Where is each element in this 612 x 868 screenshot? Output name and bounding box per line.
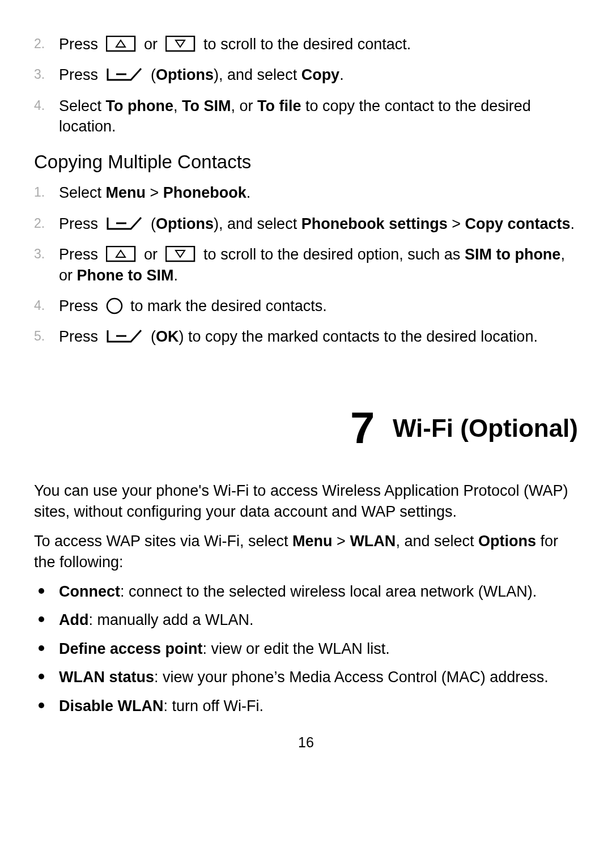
text: ,	[173, 97, 182, 114]
up-key-icon	[106, 36, 137, 53]
text: , and select	[396, 533, 478, 550]
text: ) to copy the marked contacts to the des…	[179, 328, 538, 345]
step-2: 2. Press or to scroll to the desired con…	[34, 34, 578, 54]
chapter-title: Wi-Fi (Optional)	[393, 411, 578, 445]
menu-label: Menu	[106, 184, 146, 201]
connect-label: Connect	[59, 583, 120, 600]
subheading-copying-multiple: Copying Multiple Contacts	[34, 150, 578, 175]
list-item: Add: manually add a WLAN.	[34, 610, 578, 630]
text: Press	[59, 297, 98, 314]
text: Press	[59, 66, 98, 83]
copy-contacts-label-1: Copy	[465, 215, 503, 232]
text: .	[246, 184, 251, 201]
text: : connect to the selected wireless local…	[120, 583, 537, 600]
menu-label: Menu	[292, 533, 333, 550]
mstep-4: 4. Press to mark the desired contacts.	[34, 296, 578, 316]
instruction-paragraph: To access WAP sites via Wi-Fi, select Me…	[34, 531, 578, 572]
phonebook-settings-label: Phonebook settings	[301, 215, 448, 232]
text: >	[333, 533, 350, 550]
text: (	[151, 328, 156, 345]
page-number: 16	[34, 733, 578, 752]
down-key-icon	[165, 36, 196, 53]
text: .	[339, 66, 344, 83]
list-item: Connect: connect to the selected wireles…	[34, 581, 578, 602]
copy-label: Copy	[301, 66, 340, 83]
ok-label: OK	[156, 328, 179, 345]
define-access-point-label: Define access point	[59, 640, 203, 657]
text: to scroll to the desired contact.	[203, 36, 411, 53]
text: to scroll to the desired option, such as	[203, 246, 465, 263]
wlan-status-label: WLAN status	[59, 669, 154, 686]
phone-to-sim-label: Phone to SIM	[77, 267, 174, 284]
options-label: Options	[478, 533, 536, 550]
to-file-label: To file	[257, 97, 301, 114]
sim-to-phone-label-2: to phone	[496, 246, 560, 263]
step-3: 3. Press (Options), and select Copy.	[34, 65, 578, 85]
text: (	[151, 66, 156, 83]
text: , or	[231, 97, 258, 114]
mstep-3: 3. Press or to scroll to the desired opt…	[34, 244, 578, 286]
text: To access WAP sites via Wi-Fi, select	[34, 533, 292, 550]
add-label: Add	[59, 611, 88, 628]
chapter-number: 7	[350, 398, 375, 458]
text: or	[144, 36, 158, 53]
softkey-icon	[106, 216, 143, 232]
softkey-icon	[106, 329, 143, 344]
steps-continuation: 2. Press or to scroll to the desired con…	[34, 34, 578, 137]
disable-wlan-label: Disable WLAN	[59, 697, 164, 714]
mstep-5: 5. Press (OK) to copy the marked contact…	[34, 326, 578, 347]
circle-key-icon	[106, 297, 123, 314]
up-key-icon	[106, 246, 137, 263]
text: Select	[59, 97, 106, 114]
list-item: WLAN status: view your phone’s Media Acc…	[34, 667, 578, 687]
text: to mark the desired contacts.	[130, 297, 327, 314]
steps-multiple-contacts: 1. Select Menu > Phonebook. 2. Press (Op…	[34, 182, 578, 347]
text: Press	[59, 328, 98, 345]
text: .	[571, 215, 575, 232]
text: : view your phone’s Media Access Control…	[154, 669, 549, 686]
phonebook-label: Phonebook	[163, 184, 246, 201]
wlan-label: WLAN	[350, 533, 396, 550]
copy-contacts-label-2: contacts	[507, 215, 570, 232]
text: : manually add a WLAN.	[88, 611, 253, 628]
softkey-icon	[106, 67, 143, 83]
text: ), and select	[214, 66, 301, 83]
text: : view or edit the WLAN list.	[203, 640, 390, 657]
text: Press	[59, 36, 98, 53]
to-sim-label: To SIM	[182, 97, 231, 114]
text: >	[448, 215, 465, 232]
text: Select	[59, 184, 106, 201]
text: .	[174, 267, 178, 284]
mstep-2: 2. Press (Options), and select Phonebook…	[34, 214, 578, 234]
down-key-icon	[165, 246, 196, 263]
chapter-heading: 7 Wi-Fi (Optional)	[34, 398, 578, 458]
text: or	[144, 246, 158, 263]
to-phone-label: To phone	[106, 97, 173, 114]
step-4: 4. Select To phone, To SIM, or To file t…	[34, 96, 578, 137]
text: ), and select	[214, 215, 301, 232]
text: Press	[59, 246, 98, 263]
options-bullet-list: Connect: connect to the selected wireles…	[34, 581, 578, 716]
options-label: Options	[156, 66, 214, 83]
text: Press	[59, 215, 98, 232]
text: : turn off Wi-Fi.	[164, 697, 264, 714]
intro-paragraph: You can use your phone's Wi-Fi to access…	[34, 480, 578, 522]
mstep-1: 1. Select Menu > Phonebook.	[34, 182, 578, 203]
sim-to-phone-label-1: SIM	[465, 246, 492, 263]
options-label: Options	[156, 215, 214, 232]
list-item: Define access point: view or edit the WL…	[34, 639, 578, 659]
list-item: Disable WLAN: turn off Wi-Fi.	[34, 696, 578, 716]
text: (	[151, 215, 156, 232]
text: >	[146, 184, 163, 201]
